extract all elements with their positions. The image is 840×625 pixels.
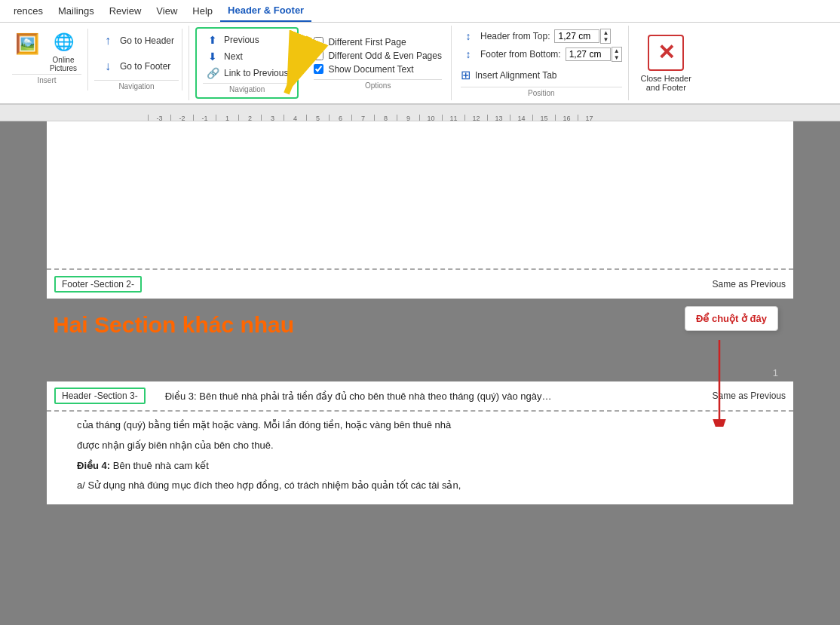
go-to-footer-icon: ↓: [99, 57, 117, 75]
ruler-mark: 15: [532, 115, 555, 121]
menubar-header-footer[interactable]: Header & Footer: [220, 0, 311, 22]
doc-line-1: của tháng (quý) bằng tiền mặt hoặc vàng.…: [77, 418, 763, 434]
footer-spinner-down[interactable]: ▼: [612, 54, 621, 61]
menubar-help[interactable]: Help: [185, 0, 220, 22]
page-number: 1: [773, 367, 778, 378]
go-to-header-button[interactable]: ↑ Go to Header: [94, 29, 179, 53]
ruler-mark: 2: [238, 115, 261, 121]
position-label: Position: [461, 87, 622, 97]
go-to-header-icon: ↑: [99, 32, 117, 50]
go-to-footer-button[interactable]: ↓ Go to Footer: [94, 54, 179, 78]
close-group[interactable]: ✕ Close Headerand Footer: [632, 26, 701, 100]
doc-line-3: Điều 4: Bên thuê nhà cam kết: [77, 458, 763, 474]
document-area: Footer -Section 2- Same as Previous Hai …: [0, 121, 840, 625]
different-first-page-option[interactable]: Different First Page: [314, 37, 442, 47]
different-first-page-checkbox[interactable]: [314, 37, 323, 47]
close-button-label: Close Headerand Footer: [641, 74, 691, 92]
goto-buttons: 🖼️ 🌐 OnlinePictures Insert ↑ Go to Heade…: [12, 29, 182, 90]
header-section-3-label: Header -Section 3-: [54, 388, 146, 404]
header-spinner-up[interactable]: ▲: [601, 29, 610, 36]
ruler-mark: 7: [351, 115, 374, 121]
tooltip-box: Để chuột ở đây: [685, 306, 778, 331]
doc-line-2: được nhận giấy biên nhận của bên cho thu…: [77, 438, 763, 454]
menubar-references[interactable]: rences: [6, 0, 51, 22]
ruler-mark: -1: [193, 115, 216, 121]
online-pictures-btn[interactable]: 🌐 OnlinePictures: [45, 29, 81, 72]
pictures-icon[interactable]: 🖼️: [12, 29, 42, 59]
ruler-mark: 6: [329, 115, 351, 121]
footer-from-bottom-icon: ↕: [461, 47, 476, 62]
previous-icon: ⬆: [206, 33, 219, 47]
document-text[interactable]: của tháng (quý) bằng tiền mặt hoặc vàng.…: [47, 412, 793, 504]
previous-button[interactable]: ⬆ Previous: [203, 32, 291, 48]
header-section-3-content: Điều 3: Bên thuê nhà phải trả tiền đầy đ…: [165, 391, 552, 402]
ruler-mark: 9: [397, 115, 419, 121]
ruler-mark: 4: [284, 115, 306, 121]
ruler-mark: 3: [261, 115, 284, 121]
goto-group: 🖼️ 🌐 OnlinePictures Insert ↑ Go to Heade…: [6, 26, 189, 100]
header-from-top-row: ↕ Header from Top: 1,27 cm ▲ ▼: [461, 29, 622, 44]
tooltip-arrow: [697, 336, 742, 427]
menubar-view[interactable]: View: [149, 0, 185, 22]
menubar: rences Mailings Review View Help Header …: [0, 0, 840, 23]
same-as-previous-footer: Same as Previous: [713, 279, 786, 290]
ruler-mark: -3: [148, 115, 170, 121]
position-group: ↕ Header from Top: 1,27 cm ▲ ▼ ↕ Footer …: [455, 26, 629, 100]
ruler: -3 -2 -1 1 2 3 4 5 6 7 8 9 10 11 12 13 1…: [0, 105, 840, 121]
different-odd-even-option[interactable]: Different Odd & Even Pages: [314, 51, 442, 61]
big-section-text: Hai Section khác nhau: [53, 312, 294, 338]
menubar-mailings[interactable]: Mailings: [51, 0, 102, 22]
ruler-mark: 11: [442, 115, 464, 121]
ruler-mark: 10: [419, 115, 442, 121]
ruler-mark: 1: [216, 115, 238, 121]
footer-section-2: Footer -Section 2- Same as Previous: [47, 268, 793, 299]
show-document-text-option[interactable]: Show Document Text: [314, 64, 442, 75]
header-spinner-down[interactable]: ▼: [601, 36, 610, 43]
different-odd-even-checkbox[interactable]: [314, 51, 323, 60]
header-section-3: Header -Section 3- Điều 3: Bên thuê nhà …: [47, 381, 793, 412]
ruler-mark: 14: [510, 115, 532, 121]
page-1-top: [47, 121, 793, 268]
navigation-group-label: Navigation: [203, 83, 291, 93]
ribbon: 🖼️ 🌐 OnlinePictures Insert ↑ Go to Heade…: [0, 23, 840, 105]
ruler-marks: -3 -2 -1 1 2 3 4 5 6 7 8 9 10 11 12 13 1…: [148, 115, 600, 121]
next-button[interactable]: ⬇ Next: [203, 48, 291, 65]
footer-section-2-label: Footer -Section 2-: [54, 276, 142, 293]
footer-from-bottom-row: ↕ Footer from Bottom: 1,27 cm ▲ ▼: [461, 47, 622, 62]
footer-from-bottom-input[interactable]: 1,27 cm: [566, 47, 611, 61]
navigation-group: ⬆ Previous ⬇ Next 🔗 Link to Previous Nav…: [195, 27, 299, 99]
options-group: Different First Page Different Odd & Eve…: [305, 26, 452, 100]
ruler-mark: 17: [578, 115, 600, 121]
options-label: Options: [314, 79, 442, 90]
ruler-mark: 16: [555, 115, 578, 121]
ruler-mark: -2: [170, 115, 193, 121]
ruler-mark: 8: [374, 115, 397, 121]
link-icon: 🔗: [206, 66, 219, 80]
close-header-footer-button[interactable]: ✕: [648, 35, 684, 71]
next-icon: ⬇: [206, 50, 219, 63]
show-document-text-checkbox[interactable]: [314, 64, 323, 74]
insert-alignment-icon: ⊞: [461, 68, 471, 82]
ruler-mark: 5: [306, 115, 329, 121]
ruler-mark: 13: [487, 115, 510, 121]
link-to-previous-button[interactable]: 🔗 Link to Previous: [203, 65, 291, 81]
close-x-icon: ✕: [658, 40, 675, 65]
menubar-review[interactable]: Review: [102, 0, 149, 22]
insert-alignment-tab-row[interactable]: ⊞ Insert Alignment Tab: [461, 68, 622, 82]
ruler-mark: 12: [464, 115, 487, 121]
header-from-top-icon: ↕: [461, 29, 476, 44]
doc-line-4: a/ Sử dụng nhà đúng mục đích theo hợp đồ…: [77, 478, 763, 494]
header-from-top-input[interactable]: 1,27 cm: [554, 29, 599, 43]
footer-spinner-up[interactable]: ▲: [612, 47, 621, 54]
